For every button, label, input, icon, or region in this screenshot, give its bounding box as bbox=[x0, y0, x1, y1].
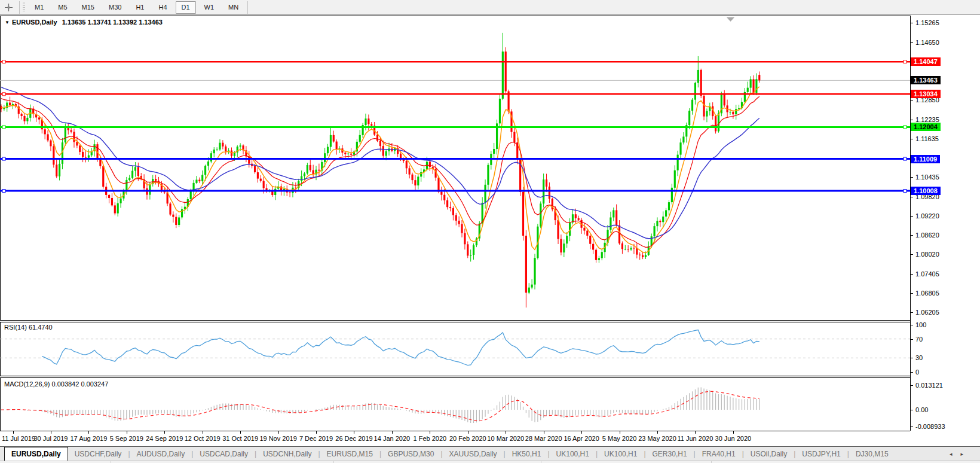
price-level-line-1.13034[interactable] bbox=[0, 93, 910, 96]
toolbar-grip-handle[interactable] bbox=[23, 2, 25, 13]
date-tick-mark bbox=[278, 431, 279, 434]
axis-tick-mark bbox=[911, 254, 913, 255]
chart-tab-usdcad-daily[interactable]: USDCAD,Daily bbox=[193, 448, 255, 461]
date-axis[interactable]: 11 Jul 201930 Jul 201917 Aug 20195 Sep 2… bbox=[0, 431, 980, 446]
chart-tab-dj30-m15[interactable]: DJ30,M15 bbox=[849, 448, 895, 461]
crosshair-tool-icon[interactable] bbox=[2, 1, 14, 13]
ma-fast-line bbox=[1, 87, 760, 253]
price-level-line-1.14047[interactable] bbox=[0, 60, 910, 63]
main-price-chart-canvas[interactable] bbox=[0, 16, 910, 320]
date-label: 7 Dec 2019 bbox=[299, 435, 333, 442]
date-tick-mark bbox=[51, 431, 51, 434]
timeframe-button-m30[interactable]: M30 bbox=[103, 1, 127, 14]
price-level-line-1.11009[interactable] bbox=[0, 157, 910, 160]
price-level-badge-1.12004: 1.12004 bbox=[911, 123, 941, 131]
chart-ohlc-values: 1.13635 1.13741 1.13392 1.13463 bbox=[62, 19, 163, 26]
macd-panel-canvas[interactable] bbox=[0, 378, 910, 431]
date-label: 11 Jul 2019 bbox=[2, 435, 35, 442]
date-tick-mark bbox=[316, 431, 317, 434]
price-axis[interactable]: 1.152651.146501.128501.122351.116351.104… bbox=[910, 16, 980, 431]
axis-tick-mark bbox=[911, 427, 913, 427]
date-tick-mark bbox=[733, 431, 734, 434]
date-label: 30 Jun 2020 bbox=[715, 435, 752, 442]
chart-tab-ger30-h1[interactable]: GER30,H1 bbox=[646, 448, 694, 461]
date-label: 20 Feb 2020 bbox=[449, 435, 486, 442]
rsi-scale-label: 0 bbox=[915, 368, 919, 376]
date-tick-mark bbox=[392, 431, 393, 434]
chart-tab-hk50-h1[interactable]: HK50,H1 bbox=[506, 448, 548, 461]
rsi-line bbox=[42, 330, 760, 365]
chart-tab-xauusd-daily[interactable]: XAUUSD,Daily bbox=[443, 448, 504, 461]
chart-tab-usdcnh-daily[interactable]: USDCNH,Daily bbox=[256, 448, 318, 461]
date-label: 5 Sep 2019 bbox=[110, 435, 143, 442]
symbol-dropdown-icon[interactable]: ▼ bbox=[5, 20, 10, 25]
date-label: 26 Dec 2019 bbox=[335, 435, 372, 442]
timeframe-toolbar: M1M5M15M30H1H4D1W1MN bbox=[0, 0, 980, 15]
date-label: 10 Mar 2020 bbox=[487, 435, 524, 442]
axis-tick-mark bbox=[911, 339, 913, 340]
tab-scroll-arrows[interactable]: ◂▸ bbox=[950, 451, 972, 457]
price-level-line-1.12004[interactable] bbox=[0, 126, 910, 129]
line-handle bbox=[904, 190, 906, 193]
axis-tick-mark bbox=[911, 325, 913, 325]
price-tick-label: 1.07405 bbox=[915, 270, 939, 278]
timeframe-button-m1[interactable]: M1 bbox=[29, 1, 50, 14]
axis-tick-mark bbox=[911, 139, 913, 139]
chart-tab-uk100-h1[interactable]: UK100,H1 bbox=[598, 448, 644, 461]
axis-tick-mark bbox=[911, 177, 913, 178]
chart-tab-uk100-h1[interactable]: UK100,H1 bbox=[550, 448, 596, 461]
axis-tick-mark bbox=[911, 293, 913, 294]
axis-tick-mark bbox=[911, 274, 913, 275]
rsi-indicator-label: RSI(14) 61.4740 bbox=[4, 324, 53, 331]
price-tick-label: 1.10435 bbox=[915, 173, 939, 181]
chart-tab-eurusd-daily[interactable]: EURUSD,Daily bbox=[4, 447, 68, 461]
price-tick-label: 1.11635 bbox=[915, 135, 939, 143]
price-tick-label: 1.14650 bbox=[915, 38, 939, 47]
timeframe-button-mn[interactable]: MN bbox=[222, 1, 244, 14]
timeframe-button-h4[interactable]: H4 bbox=[152, 1, 173, 14]
line-handle bbox=[904, 60, 906, 63]
rsi-panel-canvas[interactable] bbox=[0, 322, 910, 376]
date-tick-mark bbox=[13, 431, 14, 434]
line-handle bbox=[2, 126, 5, 129]
timeframe-button-h1[interactable]: H1 bbox=[130, 1, 150, 14]
candles-layer bbox=[0, 33, 760, 307]
chart-tab-fra40-h1[interactable]: FRA40,H1 bbox=[696, 448, 742, 461]
chart-tab-audusd-daily[interactable]: AUDUSD,Daily bbox=[130, 448, 192, 461]
axis-tick-mark bbox=[911, 385, 913, 386]
rsi-scale-label: 100 bbox=[915, 321, 926, 329]
timeframe-button-w1[interactable]: W1 bbox=[198, 1, 220, 14]
date-label: 31 Oct 2019 bbox=[222, 435, 258, 442]
line-handle bbox=[2, 93, 5, 96]
date-tick-mark bbox=[506, 431, 506, 434]
chart-tab-usoil-daily[interactable]: USOil,Daily bbox=[744, 448, 794, 461]
toolbar-separator bbox=[19, 1, 20, 14]
axis-tick-mark bbox=[911, 312, 913, 313]
chart-tab-gbpusd-m30[interactable]: GBPUSD,M30 bbox=[381, 448, 440, 461]
chart-tab-usdchf-daily[interactable]: USDCHF,Daily bbox=[68, 448, 128, 461]
date-tick-mark bbox=[430, 431, 430, 434]
price-tick-label: 1.06805 bbox=[915, 289, 939, 297]
price-tick-label: 1.15265 bbox=[915, 19, 939, 27]
macd-scale-label: 0.013121 bbox=[915, 381, 943, 389]
date-tick-mark bbox=[354, 431, 354, 434]
timeframe-button-d1[interactable]: D1 bbox=[176, 1, 196, 14]
chart-symbol-label: EURUSD,Daily bbox=[12, 19, 57, 26]
timeframe-button-m5[interactable]: M5 bbox=[52, 1, 73, 14]
axis-tick-mark bbox=[911, 100, 913, 100]
ma-slow-line bbox=[1, 87, 760, 239]
price-tick-label: 1.08020 bbox=[915, 250, 939, 258]
chart-tab-eurusd-m15[interactable]: EURUSD,M15 bbox=[320, 448, 379, 461]
line-handle bbox=[2, 190, 5, 193]
price-level-badge-1.14047: 1.14047 bbox=[911, 57, 941, 66]
date-label: 11 Jun 2020 bbox=[678, 435, 713, 442]
axis-tick-mark bbox=[911, 410, 913, 410]
chart-tab-bar: EURUSD,DailyUSDCHF,Daily|AUDUSD,Daily|US… bbox=[0, 446, 980, 461]
axis-tick-mark bbox=[911, 372, 913, 373]
date-label: 16 Apr 2020 bbox=[564, 435, 599, 442]
chart-shift-marker-icon bbox=[727, 17, 734, 22]
status-strip bbox=[0, 461, 980, 463]
timeframe-button-m15[interactable]: M15 bbox=[76, 1, 100, 14]
chart-tab-usdjpy-h1[interactable]: USDJPY,H1 bbox=[795, 448, 847, 461]
line-handle bbox=[904, 157, 906, 160]
